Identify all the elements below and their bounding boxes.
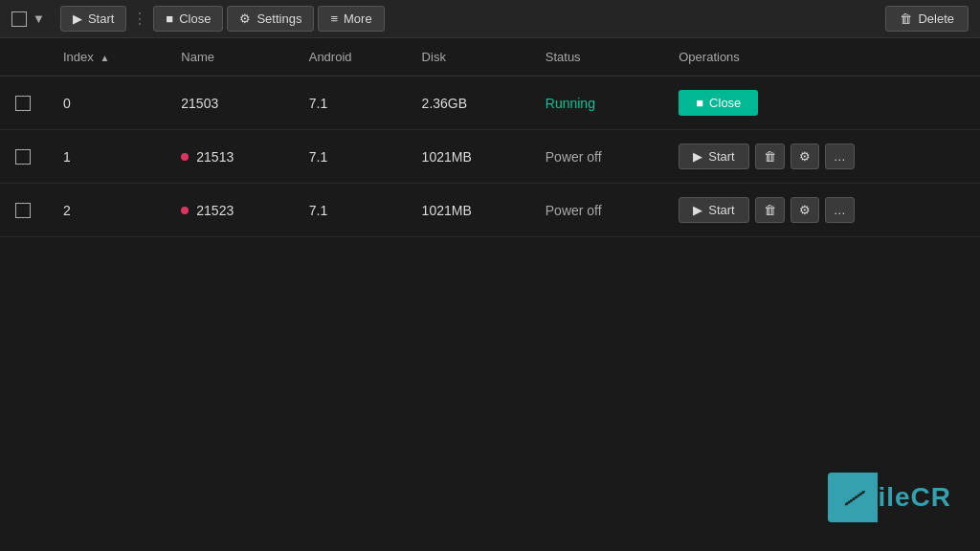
operations-cell: ■ Close [663, 77, 980, 130]
delete-instance-button[interactable]: 🗑 [755, 197, 785, 223]
instance-name: 21523 [196, 203, 234, 218]
stop-icon: ■ [166, 11, 173, 26]
col-operations: Operations [663, 38, 980, 77]
settings-label: Settings [256, 11, 301, 26]
ellipsis-icon: … [834, 203, 846, 217]
delete-label: Delete [918, 11, 954, 26]
table-row: 2215237.11021MBPower off ▶ Start 🗑 ⚙ … [0, 184, 980, 237]
hamburger-icon: ≡ [330, 11, 338, 26]
android-version: 7.1 [294, 130, 407, 184]
name-cell: 21523 [181, 203, 278, 218]
status-cell: Running [530, 77, 663, 130]
start-label: Start [88, 11, 114, 26]
disk-size: 1021MB [407, 130, 530, 184]
sort-asc-icon: ▲ [100, 53, 109, 63]
filecr-watermark: ⟋ ileCR [828, 473, 951, 522]
name-cell: 21513 [181, 149, 278, 165]
gear-icon: ⚙ [799, 203, 811, 217]
status-badge: Running [546, 96, 595, 111]
start-instance-button[interactable]: ▶ Start [679, 143, 748, 169]
ellipsis-icon: … [834, 149, 846, 164]
more-instance-button[interactable]: … [825, 197, 855, 223]
instance-name: 21513 [196, 149, 234, 165]
instance-dot [181, 207, 189, 214]
status-cell: Power off [530, 130, 663, 184]
operations-cell: ▶ Start 🗑 ⚙ … [663, 130, 980, 184]
col-name: Name [166, 38, 293, 77]
disk-size: 2.36GB [407, 77, 530, 130]
start-btn-label: Start [708, 203, 734, 217]
watermark-box: ⟋ [828, 473, 878, 522]
close-label: Close [179, 11, 211, 26]
toolbar: ▼ ▶ Start ⋮ ■ Close ⚙ Settings ≡ More 🗑 … [0, 0, 980, 38]
play-icon: ▶ [693, 203, 702, 217]
start-button[interactable]: ▶ Start [60, 6, 126, 32]
index-value: 1 [63, 149, 71, 165]
table-header-row: Index ▲ Name Android Disk Status Operati… [0, 38, 980, 77]
watermark-text: ileCR [878, 482, 951, 513]
trash-icon: 🗑 [900, 11, 912, 26]
status-badge: Power off [546, 149, 602, 165]
more-label: More [344, 11, 372, 26]
select-all-checkbox[interactable] [11, 11, 27, 27]
play-icon: ▶ [73, 11, 82, 26]
toolbar-select-area: ▼ [11, 11, 45, 27]
index-cell: 2 [63, 203, 150, 218]
status-badge: Power off [546, 203, 602, 218]
table-row: 1215137.11021MBPower off ▶ Start 🗑 ⚙ … [0, 130, 980, 184]
status-cell: Power off [530, 184, 663, 237]
delete-button[interactable]: 🗑 Delete [885, 6, 969, 32]
more-instance-button[interactable]: … [825, 143, 855, 169]
close-button[interactable]: ■ Close [153, 6, 223, 32]
name-cell: 21503 [181, 96, 278, 111]
android-version: 7.1 [294, 77, 407, 130]
row-checkbox[interactable] [15, 203, 31, 218]
col-status: Status [530, 38, 663, 77]
start-instance-button[interactable]: ▶ Start [679, 197, 748, 223]
instances-table: Index ▲ Name Android Disk Status Operati… [0, 38, 980, 237]
row-checkbox[interactable] [15, 149, 31, 165]
toolbar-right: 🗑 Delete [885, 6, 969, 32]
index-value: 0 [63, 96, 71, 111]
instance-dot [181, 153, 189, 161]
trash-icon: 🗑 [764, 203, 776, 217]
android-version: 7.1 [294, 184, 407, 237]
index-cell: 1 [63, 149, 150, 165]
disk-size: 1021MB [407, 184, 530, 237]
delete-instance-button[interactable]: 🗑 [755, 143, 785, 169]
table-row: 0215037.12.36GBRunning ■ Close [0, 77, 980, 130]
slash-icon: ⟋ [837, 482, 870, 514]
settings-instance-button[interactable]: ⚙ [791, 197, 819, 223]
start-btn-label: Start [708, 149, 734, 164]
trash-icon: 🗑 [764, 149, 776, 164]
menu-dots[interactable]: ⋮ [130, 10, 149, 28]
settings-instance-button[interactable]: ⚙ [791, 143, 819, 169]
close-btn-label: Close [709, 96, 741, 110]
close-instance-button[interactable]: ■ Close [679, 90, 758, 116]
instance-name: 21503 [181, 96, 218, 111]
index-cell: 0 [63, 96, 150, 111]
index-value: 2 [63, 203, 71, 218]
col-checkbox [0, 38, 48, 77]
more-button[interactable]: ≡ More [318, 6, 384, 32]
gear-icon: ⚙ [799, 149, 811, 164]
settings-button[interactable]: ⚙ Settings [227, 6, 314, 32]
col-disk: Disk [407, 38, 530, 77]
col-android: Android [294, 38, 407, 77]
operations-cell: ▶ Start 🗑 ⚙ … [663, 184, 980, 237]
gear-icon: ⚙ [239, 11, 251, 26]
play-icon: ▶ [693, 149, 702, 164]
stop-icon: ■ [696, 96, 703, 110]
filter-icon[interactable]: ▼ [33, 11, 45, 26]
row-checkbox[interactable] [15, 96, 31, 111]
col-index[interactable]: Index ▲ [48, 38, 166, 77]
